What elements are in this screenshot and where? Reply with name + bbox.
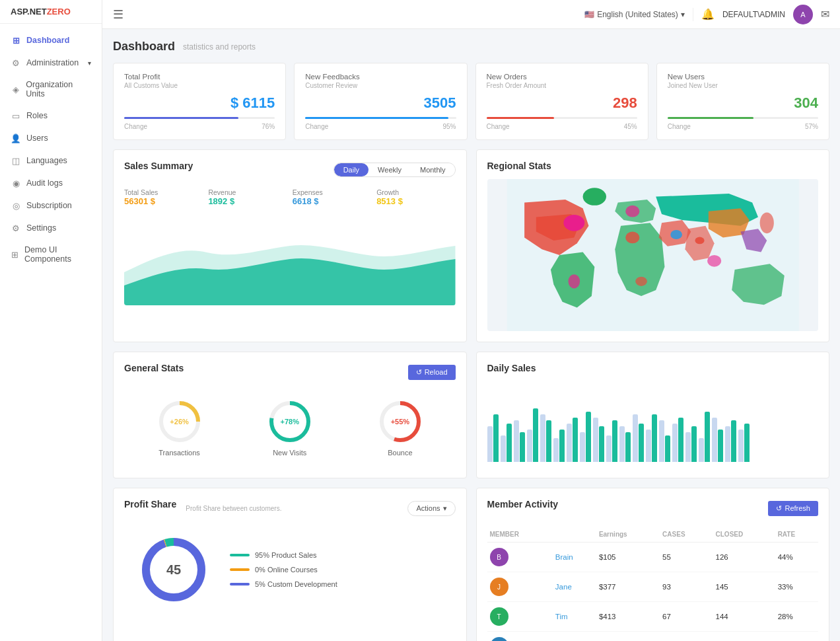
member-name-link[interactable]: Jane bbox=[555, 583, 572, 591]
logo: ASP.NETZERO bbox=[11, 7, 71, 17]
bar-dark bbox=[507, 424, 512, 463]
bar-dark bbox=[691, 426, 697, 462]
stat-progress-fill bbox=[487, 117, 555, 119]
bell-icon: 🔔 bbox=[701, 9, 715, 20]
reload-button[interactable]: ↺ Reload bbox=[408, 365, 456, 380]
member-cases: 31 bbox=[660, 632, 713, 642]
sidebar-item-label: Roles bbox=[26, 111, 48, 120]
tab-weekly[interactable]: Weekly bbox=[368, 163, 411, 176]
bar-light bbox=[672, 424, 678, 463]
metric-total-sales: Total Sales 56301 $ bbox=[124, 188, 203, 206]
highlight-mexico bbox=[563, 215, 584, 231]
stat-sublabel: Fresh Order Amount bbox=[487, 82, 637, 89]
bar-dark bbox=[559, 430, 565, 463]
bar-light bbox=[646, 430, 651, 463]
member-name-link[interactable]: Brain bbox=[555, 553, 573, 561]
bottom-row: Profit Share Profit Share between custom… bbox=[113, 488, 829, 641]
stat-sublabel: All Customs Value bbox=[124, 82, 275, 89]
bar-group bbox=[501, 424, 512, 463]
member-name-cell: Jane bbox=[553, 572, 596, 602]
legend-item-online-courses: 0% Online Courses bbox=[230, 566, 337, 574]
bar-dark bbox=[639, 424, 644, 463]
sidebar-item-label: Dashboard bbox=[26, 36, 69, 45]
tab-daily[interactable]: Daily bbox=[334, 163, 368, 176]
bar-dark bbox=[718, 430, 723, 463]
audit-logs-icon: ◉ bbox=[11, 178, 21, 188]
sidebar-item-organization-units[interactable]: ◈ Organization Units bbox=[5, 74, 102, 104]
bar-light bbox=[567, 424, 572, 463]
stat-label: New Orders bbox=[487, 73, 637, 81]
donut-label-transactions: Transactions bbox=[158, 449, 200, 457]
avatar[interactable]: A bbox=[793, 5, 813, 24]
stat-label: New Feedbacks bbox=[305, 73, 456, 81]
donut-value-bounce: +55% bbox=[391, 418, 409, 426]
actions-button[interactable]: Actions ▾ bbox=[407, 501, 455, 516]
bar-group bbox=[646, 414, 657, 462]
metric-value: 56301 $ bbox=[124, 196, 203, 206]
general-stats-header: General Stats ↺ Reload bbox=[124, 363, 456, 381]
bar-light bbox=[501, 435, 506, 463]
sidebar-item-demo-ui[interactable]: ⊞ Demo UI Components bbox=[0, 239, 102, 270]
tab-monthly[interactable]: Monthly bbox=[411, 163, 455, 176]
donut-label-new-visits: New Visits bbox=[273, 449, 306, 457]
metric-growth: Growth 8513 $ bbox=[376, 188, 455, 206]
roles-icon: ▭ bbox=[11, 110, 21, 121]
profit-share-card: Profit Share Profit Share between custom… bbox=[113, 488, 467, 641]
topbar: ☰ 🇺🇸 English (United States) ▾ 🔔 DEFAULT… bbox=[102, 0, 840, 29]
bar-dark bbox=[612, 420, 617, 462]
bar-group bbox=[672, 418, 683, 463]
member-earnings: $146 bbox=[596, 632, 660, 642]
member-earnings: $377 bbox=[596, 572, 660, 602]
bar-dark bbox=[520, 432, 525, 462]
bar-group bbox=[619, 426, 631, 462]
language-label: English (United States) bbox=[597, 10, 678, 19]
sidebar-item-subscription[interactable]: ◎ Subscription bbox=[5, 194, 102, 217]
middle-row: Sales Summary Daily Weekly Monthly Total… bbox=[113, 149, 829, 342]
member-activity-card: Member Activity ↺ Refresh MEMBER Earning… bbox=[476, 488, 830, 641]
refresh-icon: ↺ bbox=[776, 504, 782, 513]
bar-group bbox=[633, 414, 644, 462]
chevron-down-icon: ▾ bbox=[443, 504, 447, 513]
table-row: B Brain $105 55 126 44% bbox=[487, 543, 819, 572]
stat-label: New Users bbox=[668, 73, 818, 81]
avatar: T bbox=[490, 607, 508, 626]
member-cases: 55 bbox=[660, 543, 713, 572]
member-cases: 67 bbox=[660, 602, 713, 632]
member-earnings: $105 bbox=[596, 543, 660, 572]
highlight-uk bbox=[625, 206, 639, 217]
sidebar-item-label: Settings bbox=[26, 223, 56, 233]
profit-donut: 45 bbox=[137, 533, 210, 606]
highlight-sa bbox=[635, 277, 647, 286]
profit-donut-center: 45 bbox=[166, 562, 181, 578]
language-selector[interactable]: 🇺🇸 English (United States) ▾ bbox=[584, 10, 685, 19]
notification-bell[interactable]: 🔔 bbox=[701, 8, 715, 20]
member-name-link[interactable]: Tim bbox=[555, 613, 568, 621]
sidebar-item-audit-logs[interactable]: ◉ Audit logs bbox=[5, 172, 102, 194]
donut-row: +26% Transactions +78% bbox=[124, 392, 456, 463]
refresh-button[interactable]: ↺ Refresh bbox=[768, 501, 818, 516]
legend-dot-online bbox=[230, 568, 250, 571]
chevron-down-icon: ▾ bbox=[88, 59, 91, 67]
col-earnings: Earnings bbox=[596, 527, 660, 543]
stat-footer: Change 95% bbox=[305, 123, 456, 130]
sidebar-item-dashboard[interactable]: ⊞ Dashboard bbox=[0, 29, 102, 52]
subscription-icon: ◎ bbox=[11, 200, 21, 211]
page-title: Dashboard bbox=[113, 40, 175, 54]
stat-value: 3505 bbox=[305, 94, 456, 112]
metric-label: Growth bbox=[376, 188, 455, 196]
sidebar-item-administration[interactable]: ⚙ Administration ▾ bbox=[0, 52, 102, 74]
sidebar-item-label: Languages bbox=[26, 156, 67, 165]
flag-icon: 🇺🇸 bbox=[584, 10, 594, 19]
metric-value: 1892 $ bbox=[208, 196, 287, 206]
sidebar-item-users[interactable]: 👤 Users bbox=[5, 127, 102, 149]
sidebar-item-settings[interactable]: ⚙ Settings bbox=[5, 217, 102, 239]
profit-content: 45 95% Product Sales 0% Online Courses bbox=[124, 527, 456, 613]
sidebar-item-languages[interactable]: ◫ Languages bbox=[5, 149, 102, 172]
bar-dark bbox=[678, 418, 683, 463]
messages-icon[interactable]: ✉ bbox=[821, 8, 829, 20]
sidebar-item-roles[interactable]: ▭ Roles bbox=[5, 104, 102, 127]
table-header-row: MEMBER Earnings CASES CLOSED RATE bbox=[487, 527, 819, 543]
hamburger-menu[interactable]: ☰ bbox=[113, 7, 123, 22]
bar-light bbox=[553, 438, 559, 462]
general-stats-card: General Stats ↺ Reload bbox=[113, 352, 467, 478]
